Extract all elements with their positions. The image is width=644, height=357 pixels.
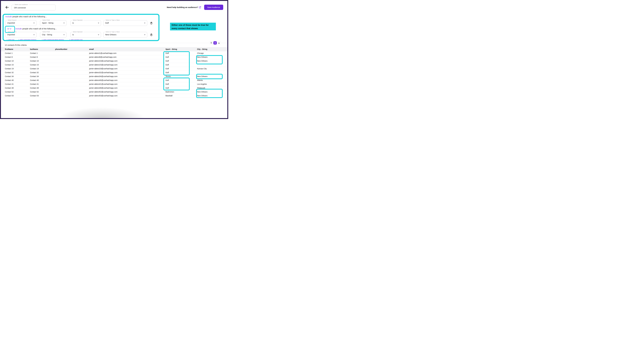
table-cell: Contact 41 [30,83,39,85]
table-cell: Golf [166,68,169,70]
table-cell: Badminton [166,91,174,93]
add-row-link[interactable]: + add row [6,39,14,41]
audience-name-field[interactable]: Name your audience [12,5,56,10]
select-field-row1[interactable]: Select Field Sport - String [40,20,66,26]
table-cell: Contact 8 [30,56,38,58]
table-cell: Pittsburgh [197,87,205,89]
dropdown-arrow-icon [63,34,65,35]
table-row: Contact 15Contact 15jamie+abtest15@useha… [1,63,227,67]
table-cell: jamie+abtest15@usehatchapp.com [89,64,118,66]
contacts-table: Contact 1Contact 1jamie+abtest1@usehatch… [1,52,227,98]
table-cell: jamie+abtest41@usehatchapp.com [89,83,118,85]
table-cell: Contact 48 [30,87,39,89]
table-cell: Golf [166,87,169,89]
table-row: Contact 8Contact 8jamie+abtest8@usehatch… [1,55,227,59]
table-cell: Golf [166,60,169,62]
expand-panel-down-button[interactable] [217,41,221,44]
arrow-left-icon [5,6,9,9]
delete-row-button[interactable] [150,33,153,36]
expand-down-icon [218,42,220,44]
table-row: Contact 40Contact 40jamie+abtest40@useha… [1,78,227,82]
table-row: Contact 53Contact 53jamie+abtest53@useha… [1,94,227,98]
dropdown-arrow-icon [33,23,35,24]
table-cell: Contact 32 [30,72,39,74]
add-campaign-history-link[interactable]: + add campaign history [18,39,36,41]
table-cell: Baseball [166,95,172,97]
audience-name-label: Name your audience [14,4,28,5]
table-cell: Golf [166,64,169,66]
table-cell: Contact 34 [30,75,39,78]
dropdown-arrow-icon [33,34,35,35]
table-cell: Los Angeles [197,83,207,85]
table-row: Contact 34Contact 34jamie+abtest34@useha… [1,74,227,78]
table-cell: Contact 32 [5,72,14,74]
table-cell: Golf [166,56,169,58]
select-source-row1[interactable]: Select Source imported [6,20,36,26]
fit-panel-height-button[interactable] [214,41,217,44]
select-value-row2[interactable]: Select or Type a Value New Orleans [103,32,147,38]
collapse-panel-up-button[interactable] [210,41,213,44]
add-communication-history-link[interactable]: + add communication history [42,39,64,41]
table-cell: Golf [166,72,169,74]
select-operator-row2[interactable]: Select Operator is [70,32,101,38]
table-cell: Contact 48 [5,87,14,89]
table-cell: jamie+abtest52@usehatchapp.com [89,91,118,93]
annotation-note: Either one of these must be true for eve… [170,23,216,30]
table-cell: Contact 15 [30,64,39,66]
table-cell: Kansas City [197,68,207,70]
table-cell: Contact 52 [5,91,14,93]
trash-icon [150,33,153,36]
column-header-email: email [89,48,94,50]
connector-select[interactable]: or [6,27,13,31]
table-cell: Contact 8 [5,56,12,58]
fit-height-icon [214,42,216,44]
table-cell: Contact 10 [30,60,39,62]
trash-icon [150,22,153,24]
contact-count-text: 12 contacts fit this criteria [5,44,26,46]
dropdown-arrow-icon [144,23,146,24]
table-cell: Contact 41 [5,83,14,85]
back-button[interactable] [5,6,9,10]
table-cell: Contact 10 [5,60,14,62]
table-cell: jamie+abtest8@usehatchapp.com [89,56,116,58]
table-cell: New Orleans [197,56,208,58]
table-row: Contact 19Contact 19jamie+abtest19@useha… [1,67,227,71]
table-cell: New Orleans [197,75,208,78]
table-cell: Atlanta [197,79,203,81]
table-row: Contact 1Contact 1jamie+abtest1@usehatch… [1,52,227,55]
audience-name-input[interactable] [14,6,53,9]
table-cell: Contact 1 [5,52,12,54]
table-cell: Chicago [197,52,204,54]
save-audience-button[interactable]: Save Audience [204,5,223,10]
table-cell: jamie+abtest53@usehatchapp.com [89,95,118,97]
column-header-firstName: firstName [5,48,13,50]
table-cell: Contact 52 [30,91,39,93]
table-cell: Contact 53 [30,95,39,97]
collapse-up-icon [210,42,212,44]
table-cell: New Orleans [197,95,208,97]
table-cell: jamie+abtest48@usehatchapp.com [89,87,118,89]
table-cell: Golf [166,79,169,81]
external-link-icon[interactable] [198,6,201,9]
table-cell: Contact 34 [5,75,14,78]
table-row: Contact 41Contact 41jamie+abtest41@useha… [1,82,227,86]
table-cell: Contact 1 [30,52,38,54]
help-link[interactable]: Need help building an audience? [167,6,198,8]
table-cell: Tennis [166,75,171,78]
table-header: firstName lastName phoneNumber email Spo… [1,47,227,52]
delete-row-button[interactable] [150,22,153,24]
chevron-down-icon [10,28,12,29]
column-header-phoneNumber: phoneNumber [55,48,67,50]
table-cell: New Orleans [197,91,208,93]
table-row: Contact 32Contact 32jamie+abtest32@useha… [1,71,227,74]
select-source-row2[interactable]: Select Source imported [6,32,36,38]
select-value-row1[interactable]: Select or Type a Value Golf [103,20,147,26]
table-cell: Contact 40 [30,79,39,81]
table-cell: Golf [166,83,169,85]
include-rule-text: Include people who match all of the foll… [6,16,47,18]
add-nested-row-link[interactable]: + add nested row [69,39,82,41]
column-header-sport: Sport - String [166,48,177,50]
select-operator-row1[interactable]: Select Operator is [70,20,101,26]
select-field-row2[interactable]: Select Field City - String [40,32,66,38]
dropdown-arrow-icon [98,23,99,24]
